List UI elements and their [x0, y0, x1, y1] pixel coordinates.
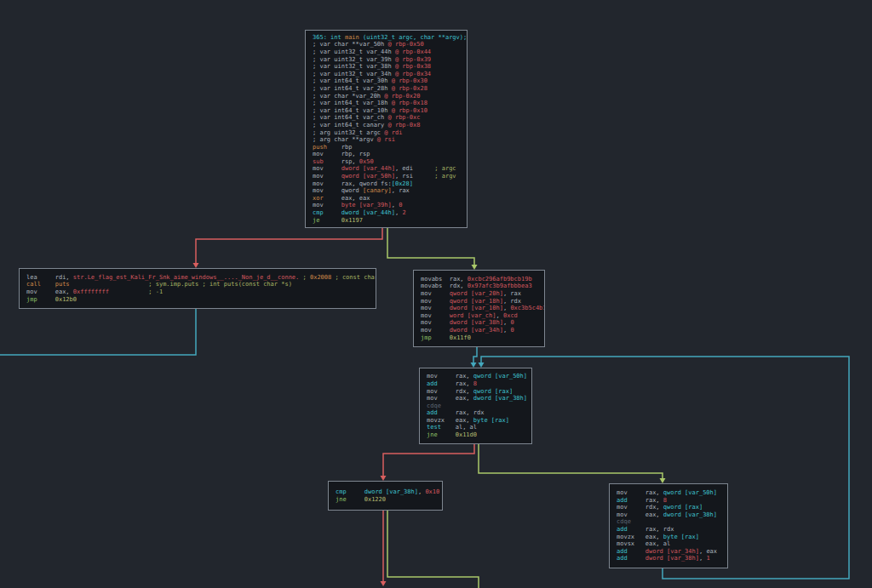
asm-token: 0xcd: [503, 312, 518, 319]
block-main-entry[interactable]: 365: int main (uint32_t argc, char **arg…: [305, 30, 468, 228]
asm-line[interactable]: je 0x1197: [313, 217, 467, 225]
edge-init-to-loop-condition: [473, 347, 477, 363]
block-init-locals[interactable]: movabs rax, 0xcbc296afb9bcb19bmovabs rdx…: [413, 270, 545, 347]
asm-line[interactable]: add rax, 8: [617, 497, 727, 505]
asm-token: cmp: [313, 209, 324, 216]
block-loop-condition[interactable]: mov rax, qword [var_50h]add rax, 8mov rd…: [419, 368, 532, 444]
asm-token: dword [var_38h]: [450, 319, 503, 326]
asm-line[interactable]: mov qword [var_20h], rax: [421, 290, 544, 298]
asm-token: ; arg char **argv: [313, 136, 377, 143]
asm-line[interactable]: mov eax, dword [var_38h]: [427, 395, 531, 402]
asm-line[interactable]: cdqe: [427, 402, 531, 410]
asm-line[interactable]: mov rax, qword [var_50h]: [617, 489, 727, 497]
asm-token: 0xcbc296afb9bcb19b: [468, 276, 532, 283]
asm-token: 0x1197: [341, 217, 363, 224]
asm-line[interactable]: ; var char *var_20h @ rbp-0x20: [313, 93, 467, 100]
asm-line[interactable]: movabs rdx, 0x97afc3b9afbbbea3: [421, 283, 544, 290]
asm-line[interactable]: mov qword [canary], rax: [313, 187, 467, 195]
asm-token: mov: [313, 165, 341, 172]
block-puts-fail[interactable]: lea rdi, str.Le_flag_est_Kali_Fr_Snk_aim…: [19, 268, 376, 309]
asm-line[interactable]: lea rdi, str.Le_flag_est_Kali_Fr_Snk_aim…: [26, 274, 376, 282]
asm-line[interactable]: mov dword [var_34h], 0: [421, 327, 544, 334]
asm-line[interactable]: mov dword [var_44h], edi ; argc: [313, 165, 467, 173]
asm-line[interactable]: jne 0x1220: [336, 496, 442, 504]
asm-token: dword [var_10h]: [450, 305, 503, 311]
asm-token: ; var int64_t var_30h: [313, 77, 392, 84]
asm-line[interactable]: mov qword [var_50h], rsi ; argv: [313, 173, 467, 180]
asm-line[interactable]: add dword [var_34h], eax: [617, 548, 727, 556]
asm-token: cdqe: [617, 518, 631, 525]
asm-line[interactable]: 365: int main (uint32_t argc, char **arg…: [313, 34, 467, 42]
asm-token: xor: [313, 195, 324, 202]
asm-line[interactable]: ; var int64_t var_ch @ rbp-0xc: [313, 114, 467, 122]
asm-token: je: [313, 217, 341, 224]
asm-line[interactable]: mov rax, qword [var_50h]: [427, 373, 531, 380]
asm-token: @ rbp-0x18: [392, 100, 427, 106]
asm-line[interactable]: mov rdx, qword [rax]: [617, 504, 727, 511]
asm-line[interactable]: ; var int64_t var_10h @ rbp-0x10: [313, 107, 467, 115]
asm-line[interactable]: mov dword [var_38h], 0: [421, 319, 544, 327]
asm-line[interactable]: mov eax, 0xffffffff ; -1: [26, 288, 376, 296]
asm-line[interactable]: add dword [var_38h], 1: [617, 555, 727, 562]
asm-line[interactable]: ; arg char **argv @ rsi: [313, 136, 467, 144]
asm-token: @ rbp-0x28: [392, 85, 427, 92]
asm-line[interactable]: jne 0x11d0: [427, 431, 531, 439]
asm-line[interactable]: movzx eax, byte [rax]: [427, 417, 531, 425]
asm-line[interactable]: ; var int64_t var_30h @ rbp-0x30: [313, 77, 467, 85]
asm-token: qword [rax]: [663, 504, 703, 511]
block-length-check[interactable]: cmp dword [var_38h], 0x10jne 0x1220: [328, 481, 443, 511]
asm-line[interactable]: sub rsp, 0x50: [313, 158, 467, 166]
block-loop-body[interactable]: mov rax, qword [var_50h]add rax, 8mov rd…: [609, 483, 728, 568]
asm-token: movzx eax,: [617, 534, 663, 540]
asm-line[interactable]: mov rdx, qword [rax]: [427, 388, 531, 396]
asm-line[interactable]: ; var uint32_t var_38h @ rbp-0x38: [313, 63, 467, 71]
asm-token: @ rbp-0x50: [388, 41, 424, 48]
asm-line[interactable]: mov eax, dword [var_38h]: [617, 511, 727, 519]
asm-line[interactable]: ; arg uint32_t argc @ rdi: [313, 129, 467, 137]
asm-line[interactable]: ; var int64_t var_28h @ rbp-0x28: [313, 85, 467, 93]
asm-line[interactable]: jmp 0x12b0: [26, 296, 376, 304]
asm-line[interactable]: mov qword [var_18h], rdx: [421, 298, 544, 305]
asm-line[interactable]: ; var int64_t var_18h @ rbp-0x18: [313, 100, 467, 107]
edge-check-true-offscreen: [387, 511, 479, 588]
asm-line[interactable]: mov rax, qword fs:[0x28]: [313, 180, 467, 188]
asm-token: mov rax,: [617, 489, 663, 496]
asm-line[interactable]: ; var uint32_t var_44h @ rbp-0x44: [313, 49, 467, 56]
asm-line[interactable]: mov word [var_ch], 0xcd: [421, 312, 544, 320]
asm-line[interactable]: add rax, rdx: [617, 526, 727, 534]
asm-line[interactable]: movabs rax, 0xcbc296afb9bcb19b: [421, 276, 544, 283]
asm-token: ;: [299, 274, 310, 281]
asm-line[interactable]: mov rbp, rsp: [313, 151, 467, 158]
asm-line[interactable]: jmp 0x11f0: [421, 334, 544, 342]
asm-token: dword [var_44h]: [341, 209, 395, 216]
asm-line[interactable]: ; var char **var_50h @ rbp-0x50: [313, 41, 467, 49]
edge-condition-true-to-body: [479, 444, 663, 478]
asm-token: jmp: [26, 296, 55, 303]
asm-line[interactable]: ; var uint32_t var_39h @ rbp-0x39: [313, 56, 467, 64]
asm-line[interactable]: add rax, rdx: [427, 409, 531, 417]
asm-token: cdqe: [427, 402, 441, 409]
asm-line[interactable]: add rax, 8: [427, 380, 531, 388]
disassembly-graph-view[interactable]: 365: int main (uint32_t argc, char **arg…: [0, 0, 872, 588]
asm-token: mov: [313, 173, 341, 180]
asm-token: ; var uint32_t var_38h: [313, 63, 395, 70]
asm-line[interactable]: xor eax, eax: [313, 195, 467, 203]
asm-token: , rax: [392, 187, 410, 194]
asm-line[interactable]: cdqe: [617, 518, 727, 526]
asm-line[interactable]: mov dword [var_10h], 0xc3b5c4b1: [421, 305, 544, 312]
asm-token: mov rdx,: [427, 388, 473, 395]
asm-line[interactable]: call puts ; sym.imp.puts ; int puts(cons…: [26, 281, 376, 288]
asm-line[interactable]: cmp dword [var_38h], 0x10: [336, 488, 442, 496]
asm-token: rax,: [438, 380, 473, 387]
asm-token: movsx eax, al: [617, 540, 670, 547]
asm-line[interactable]: movsx eax, al: [617, 540, 727, 548]
asm-line[interactable]: ; var uint32_t var_34h @ rbp-0x34: [313, 71, 467, 78]
asm-line[interactable]: movzx eax, byte [rax]: [617, 534, 727, 541]
asm-line[interactable]: cmp dword [var_44h], 2: [313, 209, 467, 217]
asm-token: dword [var_34h]: [450, 327, 503, 334]
asm-line[interactable]: mov byte [var_39h], 0: [313, 202, 467, 209]
asm-line[interactable]: test al, al: [427, 424, 531, 431]
asm-line[interactable]: push rbp: [313, 144, 467, 151]
asm-line[interactable]: ; var int64_t canary @ rbp-0x8: [313, 122, 467, 129]
asm-token: 0x11f0: [450, 334, 471, 341]
